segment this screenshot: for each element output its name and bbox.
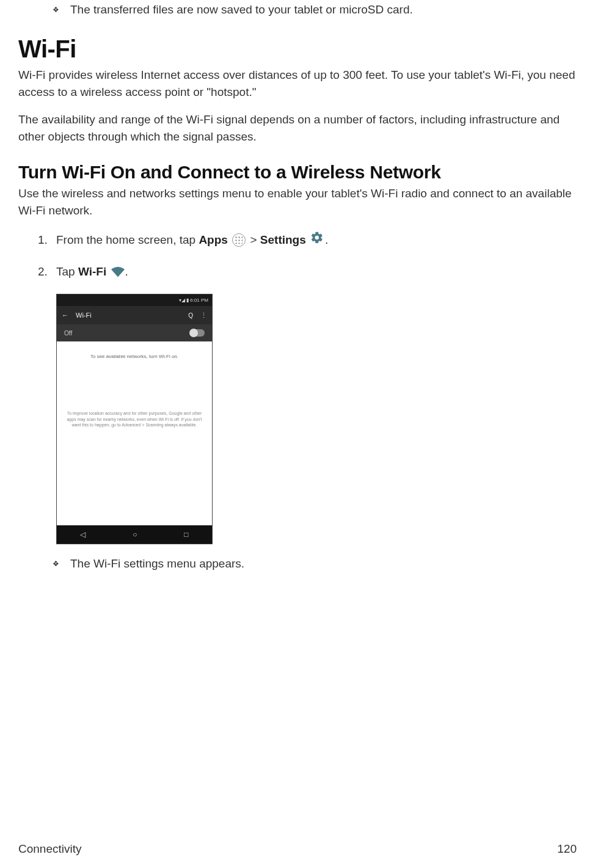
apps-icon bbox=[232, 233, 246, 247]
step-2: 2. Tap Wi-Fi . bbox=[38, 263, 577, 282]
bullet-top-text: The transferred files are now saved to y… bbox=[70, 1, 413, 18]
footer-section: Connectivity bbox=[18, 842, 82, 856]
ss-nav-bar: ◁ ○ □ bbox=[57, 525, 212, 544]
ss-nav-recent-icon: □ bbox=[184, 530, 188, 539]
ss-nav-home-icon: ○ bbox=[133, 530, 137, 539]
ss-signal-icon: ▾◢ ▮ bbox=[179, 297, 189, 303]
ss-msg-turn-on: To see available networks, turn Wi-Fi on… bbox=[90, 354, 178, 359]
ss-search-icon: Q bbox=[188, 312, 193, 319]
step-1: 1. From the home screen, tap Apps > Sett… bbox=[38, 231, 577, 250]
step-2-text-a: Tap bbox=[56, 265, 78, 278]
step-2-number: 2. bbox=[38, 263, 48, 281]
ss-back-icon: ← bbox=[62, 312, 68, 319]
ss-more-icon: ⋮ bbox=[200, 312, 207, 319]
wifi-settings-screenshot: ▾◢ ▮ 6:01 PM ← Wi-Fi Q ⋮ Off To see avai… bbox=[56, 294, 213, 544]
step-1-end: . bbox=[325, 233, 328, 246]
gear-icon bbox=[310, 231, 324, 250]
ss-sub-bar: Off bbox=[57, 324, 212, 341]
heading-turn-on-wifi: Turn Wi-Fi On and Connect to a Wireless … bbox=[18, 162, 577, 183]
ss-nav-back-icon: ◁ bbox=[80, 530, 86, 539]
step-1-gt: > bbox=[250, 233, 260, 246]
diamond-bullet-icon: ❖ bbox=[53, 555, 59, 572]
wifi-icon bbox=[111, 264, 125, 283]
ss-status-bar: ▾◢ ▮ 6:01 PM bbox=[57, 294, 212, 306]
step-1-number: 1. bbox=[38, 231, 48, 249]
step-1-apps-label: Apps bbox=[199, 233, 228, 246]
paragraph-turn-on-wifi: Use the wireless and networks settings m… bbox=[18, 185, 577, 219]
ss-time: 6:01 PM bbox=[190, 297, 208, 303]
ss-app-bar: ← Wi-Fi Q ⋮ bbox=[57, 306, 212, 324]
ss-msg-scanning: To improve location accuracy and for oth… bbox=[65, 410, 203, 427]
step-2-end: . bbox=[125, 265, 128, 278]
ss-wifi-toggle bbox=[190, 329, 205, 337]
footer-page-number: 120 bbox=[557, 842, 577, 856]
step-2-wifi-label: Wi-Fi bbox=[78, 265, 106, 278]
step-1-settings-label: Settings bbox=[260, 233, 306, 246]
ss-body: To see available networks, turn Wi-Fi on… bbox=[57, 341, 212, 525]
ss-title: Wi-Fi bbox=[76, 312, 92, 319]
heading-wifi: Wi-Fi bbox=[18, 35, 577, 63]
paragraph-wifi-intro: Wi-Fi provides wireless Internet access … bbox=[18, 67, 577, 100]
paragraph-wifi-range: The availability and range of the Wi-Fi … bbox=[18, 111, 577, 145]
ss-off-label: Off bbox=[64, 330, 72, 337]
diamond-bullet-icon: ❖ bbox=[53, 1, 59, 18]
result-bullet-text: The Wi-Fi settings menu appears. bbox=[70, 555, 244, 572]
step-1-text-a: From the home screen, tap bbox=[56, 233, 199, 246]
